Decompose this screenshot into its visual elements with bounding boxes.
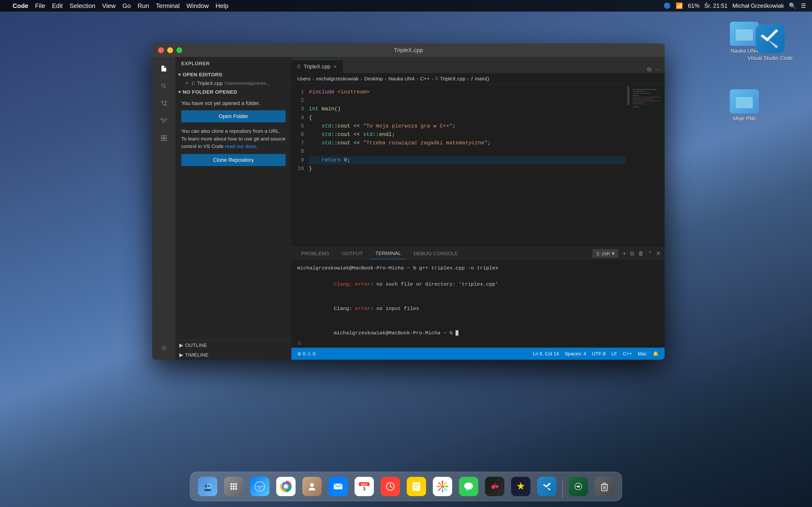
activity-debug[interactable] (156, 113, 171, 128)
kill-terminal-icon[interactable]: 🗑 (638, 250, 644, 257)
timeline-item[interactable]: ▶ TIMELINE (175, 350, 292, 360)
dock-app15[interactable] (567, 475, 590, 498)
add-terminal-icon[interactable]: + (622, 249, 626, 258)
dock-contacts[interactable] (300, 475, 323, 498)
status-position[interactable]: Ln 9, Col 14 (533, 351, 559, 356)
svg-marker-36 (260, 483, 261, 487)
menubar-edit[interactable]: Edit (52, 2, 63, 10)
minimize-button[interactable] (167, 47, 173, 53)
menubar-terminal[interactable]: Terminal (156, 2, 180, 10)
breadcrumb-users[interactable]: Users (297, 76, 311, 81)
clock: Śr. 21:51 (704, 2, 728, 9)
svg-point-44 (310, 483, 314, 487)
status-errors[interactable]: ⊘ 0 ⚠ 0 (297, 351, 315, 356)
breadcrumb-main[interactable]: ƒ main() (471, 76, 489, 81)
menubar-window[interactable]: Window (186, 2, 209, 10)
close-file-icon[interactable]: ✕ (185, 80, 189, 86)
clone-repository-button[interactable]: Clone Repository (181, 154, 286, 166)
menubar-code[interactable]: Code (12, 2, 28, 10)
breadcrumb-user[interactable]: michalgrzeskowiak (316, 76, 359, 81)
outline-item[interactable]: ▶ OUTLINE (175, 340, 292, 350)
dock-reminders[interactable] (379, 475, 402, 498)
open-editors-section: ▾ OPEN EDITORS ✕ C TripleX.cpp /Users/mi… (175, 70, 292, 88)
open-folder-button[interactable]: Open Folder (181, 110, 286, 122)
warning-count: 0 (313, 351, 315, 356)
svg-line-64 (445, 489, 446, 490)
shell-dropdown[interactable]: 1: zsh ▾ (593, 249, 618, 258)
status-encoding[interactable]: UTF-8 (592, 351, 606, 356)
dock-calendar[interactable]: SRO 3 (353, 475, 376, 498)
menubar-help[interactable]: Help (215, 2, 229, 10)
split-editor-icon[interactable]: ⧉ (647, 66, 651, 73)
maximize-panel-icon[interactable]: ⌃ (648, 250, 652, 257)
status-notifications[interactable]: 🔔 (653, 351, 659, 356)
open-file-item[interactable]: ✕ C TripleX.cpp /Users/michalgrzesko... (175, 79, 292, 88)
tab-problems[interactable]: PROBLEMS (295, 248, 335, 259)
dock-photos[interactable] (431, 475, 454, 498)
more-actions-icon[interactable]: ··· (655, 65, 661, 73)
menubar-go[interactable]: Go (122, 2, 131, 10)
activity-bar (152, 57, 175, 360)
desktop-icon-moje[interactable]: Moje Pliki (725, 89, 764, 122)
notification-icon[interactable]: ☰ (801, 2, 806, 9)
dock-messages[interactable] (457, 475, 480, 498)
code-editor[interactable]: 1 2 3 4 5 6 7 8 9 10 #include <iostream> (292, 84, 665, 246)
menubar-run[interactable]: Run (138, 2, 149, 10)
dock-music[interactable] (483, 475, 506, 498)
menubar-selection[interactable]: Selection (69, 2, 95, 10)
wifi-icon[interactable]: 📶 (676, 2, 683, 9)
dock-mango[interactable] (509, 475, 532, 498)
tab-output[interactable]: OUTPUT (336, 248, 368, 259)
status-language[interactable]: C++ (623, 351, 632, 356)
read-docs-link[interactable]: read our docs (225, 144, 256, 149)
activity-git[interactable] (156, 96, 171, 111)
split-terminal-icon[interactable]: ⧉ (630, 250, 634, 257)
activity-extensions[interactable] (156, 130, 171, 146)
tab-debug-console[interactable]: DEBUG CONSOLE (408, 248, 463, 259)
activity-settings[interactable] (156, 340, 171, 356)
activity-search[interactable] (156, 78, 171, 94)
code-line-1: #include <iostream> (309, 88, 626, 96)
dock-vscode[interactable] (535, 475, 558, 498)
editor-tab-active[interactable]: C TripleX.cpp ✕ (292, 60, 343, 73)
dock-separator (562, 481, 563, 498)
dock-mail[interactable] (326, 475, 350, 498)
tab-terminal[interactable]: TERMINAL (369, 248, 407, 259)
tab-close-icon[interactable]: ✕ (333, 64, 337, 69)
bluetooth-icon[interactable]: 🔵 (664, 2, 671, 9)
status-platform[interactable]: Mac (638, 351, 647, 356)
user-name[interactable]: Michał Grześkowiak (732, 2, 784, 9)
dock-trash[interactable] (593, 475, 616, 498)
breadcrumb-cpp[interactable]: C++ (420, 76, 430, 81)
scrollbar-thumb[interactable] (627, 86, 629, 105)
menubar-file[interactable]: File (35, 2, 45, 10)
code-content[interactable]: #include <iostream> int main() { std::co… (309, 84, 626, 246)
breadcrumb-file[interactable]: C TripleX.cpp (435, 76, 465, 81)
breadcrumb-nauka[interactable]: Nauka UN4 (388, 76, 415, 81)
close-button[interactable] (158, 47, 164, 53)
no-folder-header[interactable]: ▾ NO FOLDER OPENED (175, 88, 292, 96)
notes-icon (407, 477, 426, 496)
svg-line-53 (390, 487, 392, 488)
mango-icon (511, 477, 530, 496)
activity-explorer[interactable] (156, 61, 171, 76)
dock-notes[interactable] (405, 475, 428, 498)
vscode-desktop-icon[interactable]: Visual Studio Code (748, 24, 793, 61)
dock-finder[interactable] (196, 475, 219, 498)
svg-point-32 (230, 488, 232, 490)
status-line-ending[interactable]: LF (611, 351, 617, 356)
editor-scrollbar[interactable] (626, 84, 631, 246)
dock-launchpad[interactable] (222, 475, 245, 498)
open-editors-header[interactable]: ▾ OPEN EDITORS (175, 70, 292, 79)
search-icon[interactable]: 🔍 (789, 2, 796, 9)
breadcrumb-desktop[interactable]: Desktop (364, 76, 383, 81)
terminal-content[interactable]: michalgrzeskowiak@MacBook-Pro-Micha ~ % … (292, 260, 665, 340)
menubar-view[interactable]: View (102, 2, 116, 10)
maximize-button[interactable] (176, 47, 182, 53)
vscode-logo-icon (756, 24, 785, 53)
terminal-line-4: michalgrzeskowiak@MacBook-Pro-Micha ~ % (297, 321, 659, 340)
dock-chrome[interactable] (274, 475, 298, 498)
dock-safari[interactable] (248, 475, 271, 498)
close-panel-icon[interactable]: ✕ (656, 250, 661, 257)
status-spaces[interactable]: Spaces: 4 (564, 351, 586, 356)
